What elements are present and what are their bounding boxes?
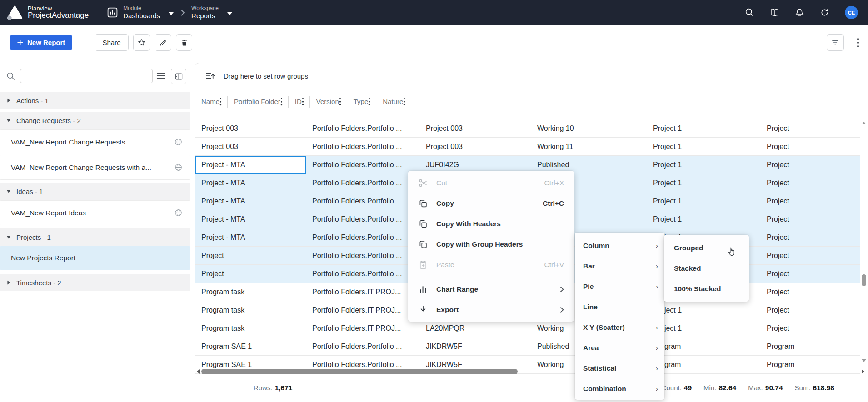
sidebar-group-actions[interactable]: Actions - 1 bbox=[0, 92, 190, 109]
delete-button[interactable] bbox=[176, 34, 192, 51]
cell-name[interactable]: Project - MTA bbox=[195, 174, 306, 192]
cell-name[interactable]: Project - MTA bbox=[195, 192, 306, 210]
column-variant-menu-item[interactable]: 100% Stacked bbox=[664, 278, 749, 299]
cell-portfolio-folder[interactable]: Portfolio Folders.IT PROJ... bbox=[306, 301, 419, 319]
hamburger-icon[interactable] bbox=[156, 72, 165, 80]
cell-portfolio-folder[interactable]: Portfolio Folders.Portfolio ... bbox=[306, 337, 419, 355]
cell-nature[interactable]: Program bbox=[760, 337, 860, 355]
cell-id[interactable]: Project 003 bbox=[419, 138, 531, 155]
chart-type-menu-item[interactable]: Bar › bbox=[575, 256, 664, 276]
cell-nature[interactable]: Project bbox=[760, 265, 860, 283]
column-header[interactable]: Type bbox=[347, 89, 377, 114]
sidebar-item-report[interactable]: VAM_New Report Change Requests with a... bbox=[0, 155, 190, 180]
cell-version[interactable]: Working 11 bbox=[531, 138, 647, 155]
chart-type-menu-item[interactable]: Combination › bbox=[575, 378, 664, 399]
vertical-scrollbar[interactable] bbox=[860, 119, 868, 376]
cell-id[interactable]: Project 003 bbox=[419, 119, 531, 137]
chart-type-menu-item[interactable]: Line bbox=[575, 297, 664, 317]
cell-nature[interactable]: Project bbox=[760, 247, 860, 264]
cell-portfolio-folder[interactable]: Portfolio Folders.IT PROJ... bbox=[306, 319, 419, 337]
vscroll-thumb[interactable] bbox=[862, 274, 866, 286]
cell-name[interactable]: Program task bbox=[195, 283, 306, 301]
cell-name[interactable]: Project bbox=[195, 265, 306, 283]
avatar[interactable]: CE bbox=[845, 6, 858, 19]
menu-item-copy[interactable]: Copy Ctrl+C bbox=[408, 193, 574, 213]
cell-portfolio-folder[interactable]: Portfolio Folders.Portfolio ... bbox=[306, 265, 419, 283]
row-group-dropzone[interactable]: Drag here to set row groups bbox=[195, 63, 868, 89]
sidebar-group-change-requests[interactable]: Change Requests - 2 bbox=[0, 112, 190, 129]
column-header[interactable]: Name bbox=[195, 89, 228, 114]
cell-name[interactable]: Program task bbox=[195, 301, 306, 319]
panel-toggle-icon[interactable] bbox=[171, 69, 186, 84]
column-menu-kebab-icon[interactable] bbox=[219, 98, 222, 106]
table-row[interactable]: Project 003 Portfolio Folders.Portfolio … bbox=[195, 119, 860, 138]
cell-type[interactable]: Project 1 bbox=[647, 192, 760, 210]
chart-type-menu-item[interactable]: X Y (Scatter) › bbox=[575, 317, 664, 337]
new-report-button[interactable]: New Report bbox=[10, 35, 72, 50]
favorite-button[interactable] bbox=[133, 34, 150, 51]
search-icon[interactable] bbox=[745, 8, 754, 17]
share-button[interactable]: Share bbox=[95, 34, 129, 51]
cell-name[interactable]: Project 003 bbox=[195, 119, 306, 137]
cell-nature[interactable]: Project bbox=[760, 319, 860, 337]
cell-portfolio-folder[interactable]: Portfolio Folders.Portfolio ... bbox=[306, 156, 419, 174]
column-header[interactable]: Version bbox=[310, 89, 347, 114]
cell-nature[interactable]: Project bbox=[760, 119, 860, 137]
column-menu-kebab-icon[interactable] bbox=[280, 98, 283, 106]
cell-portfolio-folder[interactable]: Portfolio Folders.Portfolio ... bbox=[306, 247, 419, 264]
column-variant-menu-item[interactable]: Stacked bbox=[664, 258, 749, 278]
cell-name[interactable]: Project - MTA bbox=[195, 210, 306, 228]
edit-button[interactable] bbox=[155, 34, 171, 51]
cell-name[interactable]: Project 003 bbox=[195, 138, 306, 155]
column-header[interactable]: Nature bbox=[376, 89, 411, 114]
cell-portfolio-folder[interactable]: Portfolio Folders.Portfolio ... bbox=[306, 228, 419, 246]
cell-id[interactable]: JIKDRW5F bbox=[419, 337, 531, 355]
chart-type-menu-item[interactable]: Statistical › bbox=[575, 358, 664, 378]
cell-nature[interactable]: Project bbox=[760, 283, 860, 301]
menu-item-copy-with-headers[interactable]: Copy With Headers bbox=[408, 213, 574, 234]
bell-icon[interactable] bbox=[795, 8, 804, 17]
chart-type-menu-item[interactable]: Area › bbox=[575, 337, 664, 358]
sidebar-group-ideas[interactable]: Ideas - 1 bbox=[0, 183, 190, 200]
chevron-down-icon[interactable] bbox=[227, 12, 233, 15]
column-menu-kebab-icon[interactable] bbox=[368, 98, 370, 106]
sidebar-group-timesheets[interactable]: Timesheets - 2 bbox=[0, 274, 190, 291]
planview-brand[interactable]: Planview. ProjectAdvantage bbox=[6, 5, 89, 21]
more-options-kebab[interactable] bbox=[852, 34, 864, 51]
cell-type[interactable]: Project 1 bbox=[647, 156, 760, 174]
scroll-right-icon[interactable] bbox=[861, 369, 865, 374]
search-input[interactable] bbox=[20, 69, 153, 83]
book-icon[interactable] bbox=[770, 8, 779, 17]
cell-nature[interactable]: Project bbox=[760, 174, 860, 192]
cell-name[interactable]: Project - MTA bbox=[195, 156, 306, 174]
scroll-down-icon[interactable] bbox=[862, 359, 866, 362]
cell-portfolio-folder[interactable]: Portfolio Folders.Portfolio ... bbox=[306, 210, 419, 228]
column-menu-kebab-icon[interactable] bbox=[403, 98, 405, 106]
column-header[interactable]: ID bbox=[289, 89, 310, 114]
menu-item-export[interactable]: Export bbox=[408, 299, 574, 320]
sidebar-item-report[interactable]: VAM_New Report Change Requests bbox=[0, 129, 190, 154]
chevron-down-icon[interactable] bbox=[168, 12, 174, 15]
menu-item-copy-with-group-headers[interactable]: Copy with Group Headers bbox=[408, 234, 574, 254]
cell-nature[interactable]: Project bbox=[760, 156, 860, 174]
cell-name[interactable]: Program SAE 1 bbox=[195, 337, 306, 355]
cell-portfolio-folder[interactable]: Portfolio Folders.Portfolio ... bbox=[306, 174, 419, 192]
cell-type[interactable]: Project 1 bbox=[647, 119, 760, 137]
cell-portfolio-folder[interactable]: Portfolio Folders.Portfolio ... bbox=[306, 119, 419, 137]
horizontal-scrollbar[interactable] bbox=[195, 367, 868, 376]
refresh-icon[interactable] bbox=[820, 8, 829, 17]
column-variant-menu-item[interactable]: Grouped bbox=[664, 238, 749, 258]
column-menu-kebab-icon[interactable] bbox=[302, 98, 304, 106]
cell-nature[interactable]: Project bbox=[760, 138, 860, 155]
scroll-left-icon[interactable] bbox=[196, 369, 200, 374]
cell-type[interactable]: Project 1 bbox=[647, 174, 760, 192]
table-row[interactable]: Project 003 Portfolio Folders.Portfolio … bbox=[195, 138, 860, 156]
chart-type-menu-item[interactable]: Pie › bbox=[575, 276, 664, 297]
cell-nature[interactable]: Project bbox=[760, 301, 860, 319]
cell-name[interactable]: Program task bbox=[195, 319, 306, 337]
cell-portfolio-folder[interactable]: Portfolio Folders.IT PROJ... bbox=[306, 283, 419, 301]
workspace-switcher[interactable]: Workspace Reports bbox=[191, 5, 233, 20]
cell-type[interactable]: Project 1 bbox=[647, 210, 760, 228]
cell-nature[interactable]: Project bbox=[760, 192, 860, 210]
cell-version[interactable]: Working 10 bbox=[531, 119, 647, 137]
